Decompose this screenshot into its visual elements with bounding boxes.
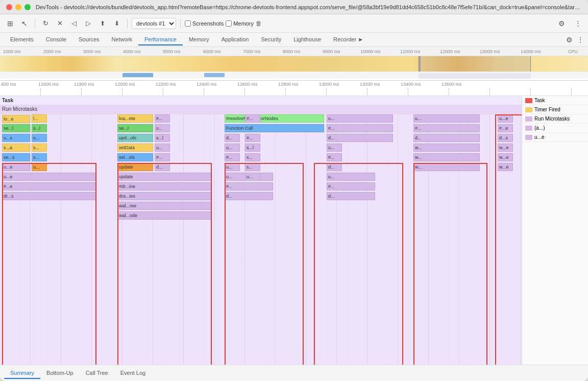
block-sl3[interactable]: s...l [155,134,170,142]
block-u9[interactable]: u... [245,173,260,181]
block-d8[interactable]: d... [413,134,480,142]
block-sl4[interactable]: s...l [245,144,260,152]
block-u6[interactable]: u... [225,144,240,152]
block-update2[interactable]: update [117,173,212,181]
tab-performance[interactable]: Performance [138,34,183,45]
panel-settings-icon[interactable]: ⚙ [566,36,573,44]
block-hash5[interactable]: #... [245,114,260,123]
block-hash7[interactable]: #... [327,124,393,132]
memory-checkbox-label[interactable]: Memory [226,20,254,27]
block-u4[interactable]: u... [155,124,170,132]
block-hashe[interactable]: #...e [2,182,96,190]
block-setData[interactable]: setData [117,144,153,152]
block-loe[interactable]: lo...e [2,115,30,123]
block-sa[interactable]: s...a [2,144,30,152]
block-hash1[interactable]: #... [155,114,170,123]
block-w1[interactable]: w... [413,144,480,152]
block-s4[interactable]: s... [245,153,260,161]
settings-icon[interactable]: ⚙ [555,17,568,30]
block-w2[interactable]: w... [413,153,480,161]
block-u5[interactable]: u... [155,144,170,152]
reload-icon[interactable]: ↻ [39,17,52,30]
block-ue3[interactable]: u...e [498,114,513,123]
block-w3[interactable]: w... [413,163,480,171]
stop-icon[interactable]: ✕ [54,17,66,30]
block-d3[interactable]: d... [225,134,240,142]
block-l2[interactable]: l... [32,114,47,123]
block-hash4[interactable]: #... [225,182,273,190]
block-update[interactable]: update [117,163,153,171]
block-setols[interactable]: set...ols [117,153,153,161]
block-s3[interactable]: s... [32,153,47,161]
back-icon[interactable]: ◁ [68,17,80,30]
device-selector[interactable]: devtools #1 [132,18,176,29]
block-drs[interactable]: dr...s [2,192,96,200]
overview-timeline[interactable]: 1000 ms 2000 ms 3000 ms 4000 ms 5000 ms … [0,47,588,81]
maximize-button[interactable] [24,4,31,10]
block-resolve[interactable]: #resolveNamesForNodes [225,114,324,123]
block-draies[interactable]: dra...ies [117,192,212,200]
block-d7[interactable]: d... [327,192,375,200]
tab-console[interactable]: Console [40,34,72,45]
block-hash6[interactable]: #... [245,134,260,142]
screenshots-checkbox[interactable] [185,20,191,27]
block-loa-ete[interactable]: loa...ete [117,114,153,123]
block-we3[interactable]: w...e [498,163,513,171]
flamechart-body[interactable]: lo...e se...l u...s s...a se...s u...e u… [0,114,522,365]
screenshot-icon[interactable]: ⬆ [96,17,109,30]
block-walode[interactable]: wal...ode [117,211,212,220]
block-hash9[interactable]: #... [327,182,375,190]
tab-memory[interactable]: Memory [183,34,215,45]
panel-more-icon[interactable]: ⋮ [577,36,584,44]
block-updols[interactable]: upd...ols [117,134,153,142]
dock-icon[interactable]: ⊞ [4,17,16,30]
tab-call-tree[interactable]: Call Tree [80,368,114,379]
block-d4[interactable]: d... [225,192,273,200]
screenshots-checkbox-label[interactable]: Screenshots [185,20,224,27]
block-s2[interactable]: s... [32,144,47,152]
block-ses[interactable]: se...s [2,153,30,161]
block-u13[interactable]: u... [413,114,480,123]
inspect-icon[interactable]: ↖ [18,17,31,30]
tab-network[interactable]: Network [106,34,138,45]
tab-summary[interactable]: Summary [4,368,40,379]
forward-icon[interactable]: ▷ [82,17,94,30]
block-hash3[interactable]: #... [225,153,240,161]
block-d6[interactable]: d... [327,163,342,171]
block-s5[interactable]: s... [245,163,260,171]
block-d2[interactable]: d... [155,163,170,171]
block-hash8[interactable]: #... [327,153,342,161]
tab-elements[interactable]: Elements [4,34,40,45]
block-hashe2[interactable]: #...e [498,124,513,132]
block-ds[interactable]: d...s [498,134,513,142]
tab-lighthouse[interactable]: Lighthouse [287,34,327,45]
block-ue2[interactable]: u...e [2,173,96,181]
block-hash10[interactable]: #... [413,124,480,132]
block-sl2[interactable]: s...l [32,124,47,132]
tab-bottom-up[interactable]: Bottom-Up [40,368,80,379]
block-u12[interactable]: u... [327,173,375,181]
tab-recorder[interactable]: Recorder ► [327,34,370,45]
tab-security[interactable]: Security [255,34,287,45]
block-sel[interactable]: se...l [2,124,30,132]
more-options-icon[interactable]: ⋮ [572,17,584,30]
block-u3[interactable]: u... [32,163,47,171]
block-we1[interactable]: w...e [498,144,513,152]
tab-application[interactable]: Application [215,34,255,45]
block-we2[interactable]: w...e [498,153,513,161]
block-u11[interactable]: u... [327,144,342,152]
block-u7[interactable]: u... [225,163,240,171]
block-walree[interactable]: wal...ree [117,202,212,210]
block-u10[interactable]: u... [327,114,393,123]
block-u2[interactable]: u... [32,134,47,142]
block-drline[interactable]: #dr...ine [117,182,212,190]
block-hash2[interactable]: #... [155,153,170,161]
clear-icon[interactable]: 🗑 [256,20,262,27]
tab-event-log[interactable]: Event Log [114,368,152,379]
download-icon[interactable]: ⬇ [111,17,123,30]
block-d5[interactable]: d... [327,134,393,142]
block-sel2[interactable]: se...l [117,124,153,132]
block-us[interactable]: u...s [2,134,30,142]
memory-checkbox[interactable] [226,20,232,27]
block-ue1[interactable]: u...e [2,163,30,171]
